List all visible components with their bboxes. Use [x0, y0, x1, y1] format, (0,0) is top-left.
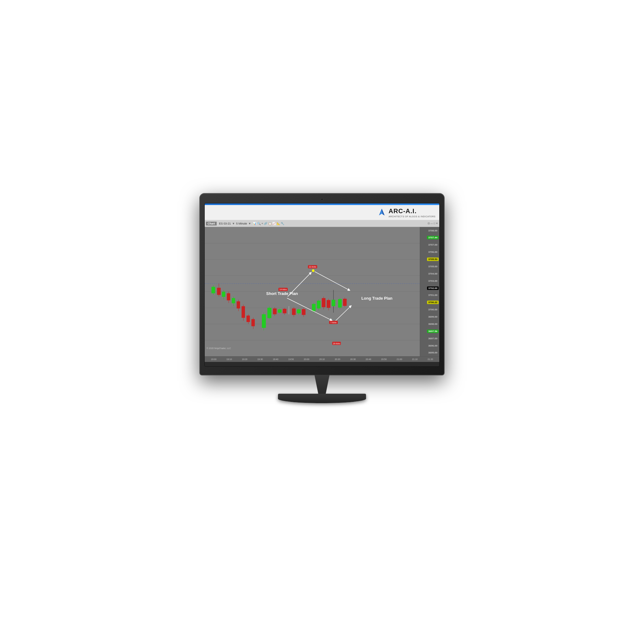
svg-text:7-ticks: 7-ticks	[330, 321, 337, 324]
svg-rect-19	[232, 298, 235, 303]
time-1920: 19:20	[237, 358, 252, 360]
price-level-3707: 3707.00	[420, 243, 439, 247]
toolbar-icons: 📊 🔍 + 🔗 📋 📈 📐 🔧	[253, 222, 284, 225]
svg-rect-54	[332, 300, 336, 306]
price-level-3706: 3706.00	[420, 250, 439, 254]
screen: ARC-A.I. ARCHITECTS OF ALGOS & INDICATOR…	[204, 203, 440, 367]
chart-canvas: 22-ticks 14-ticks 7-ticks 18-ticks Short…	[205, 227, 420, 356]
price-level-3696: 3696.00	[420, 343, 439, 348]
svg-rect-58	[343, 299, 347, 306]
svg-rect-25	[247, 316, 250, 322]
price-axis: 3708.00 3707.44 3707.00 3706.00 3705.53	[420, 227, 439, 356]
webcam	[321, 198, 323, 201]
logo-brand: ARC-A.I.	[389, 208, 436, 215]
svg-rect-29	[262, 314, 266, 328]
svg-rect-13	[217, 288, 221, 295]
svg-rect-15	[222, 292, 225, 297]
time-1940: 19:40	[268, 358, 283, 360]
chart-svg: 22-ticks 14-ticks 7-ticks 18-ticks Short…	[205, 227, 420, 356]
time-2000: 20:00	[299, 358, 314, 360]
toolbar-separator2: ▼	[248, 222, 251, 225]
monitor-bezel-top	[204, 198, 440, 201]
svg-rect-42	[297, 309, 301, 313]
price-level-3708: 3708.00	[420, 228, 439, 233]
screen-content: ARC-A.I. ARCHITECTS OF ALGOS & INDICATOR…	[205, 203, 439, 366]
svg-line-62	[315, 272, 349, 290]
monitor-body: ARC-A.I. ARCHITECTS OF ALGOS & INDICATOR…	[199, 193, 445, 375]
scrollbar-area[interactable]	[205, 362, 439, 366]
svg-rect-40	[292, 308, 296, 315]
logo-subtitle: ARCHITECTS OF ALGOS & INDICATORS	[389, 215, 436, 218]
monitor-base	[278, 394, 366, 403]
time-2050: 20:50	[376, 358, 391, 360]
price-level-3697: 3697.00	[420, 336, 439, 341]
svg-text:Long Trade Plan: Long Trade Plan	[361, 296, 392, 301]
chart-label[interactable]: Chart	[206, 222, 217, 225]
price-level-3704: 3704.00	[420, 271, 439, 276]
svg-text:Short Trade Plan: Short Trade Plan	[266, 291, 298, 296]
price-level-3701: 3701.00	[420, 293, 439, 297]
time-1930: 19:30	[253, 358, 268, 360]
header-bar: ARC-A.I. ARCHITECTS OF ALGOS & INDICATOR…	[205, 205, 439, 220]
price-level-3698: 3698.00	[420, 322, 439, 326]
svg-rect-52	[327, 300, 330, 308]
svg-rect-44	[302, 309, 306, 315]
svg-rect-17	[227, 293, 230, 301]
time-axis: 19:00 19:10 19:20 19:30 19:40 19:50 20:0…	[205, 356, 439, 362]
svg-rect-33	[273, 308, 277, 314]
price-level-3705: 3705.00	[420, 264, 439, 269]
window-controls: ⊡ — □ ✕	[428, 222, 438, 225]
price-level-3702: 3702.00	[420, 286, 439, 290]
logo-area: ARC-A.I. ARCHITECTS OF ALGOS & INDICATOR…	[377, 208, 436, 218]
price-level-3700: 3700.00	[420, 308, 439, 312]
time-2020: 20:20	[330, 358, 345, 360]
time-2030: 20:30	[345, 358, 361, 360]
svg-rect-35	[278, 309, 282, 313]
time-2040: 20:40	[361, 358, 376, 360]
svg-rect-37	[283, 309, 286, 313]
time-2100: 21:00	[391, 358, 407, 360]
chart-toolbar: Chart ES 03-21 ▼ 5 Minute ▼ 📊 🔍 + 🔗 📋 📈 …	[205, 220, 439, 227]
svg-rect-11	[211, 287, 215, 293]
svg-text:14-ticks: 14-ticks	[279, 288, 287, 291]
arc-ai-logo-icon	[377, 208, 387, 218]
svg-line-64	[336, 306, 351, 321]
svg-point-59	[312, 269, 314, 272]
timeframe-label[interactable]: 5 Minute	[236, 222, 247, 225]
time-2110: 21:10	[407, 358, 423, 360]
main-chart-section: 22-ticks 14-ticks 7-ticks 18-ticks Short…	[205, 227, 439, 356]
price-level-3695: 3695.00	[420, 351, 439, 355]
time-1910: 19:10	[221, 358, 237, 360]
copyright: © 2020 NinjaTrader, LLC	[207, 347, 231, 349]
svg-text:18-ticks: 18-ticks	[333, 342, 340, 345]
svg-text:22-ticks: 22-ticks	[309, 266, 316, 268]
time-2120: 21:20	[423, 358, 438, 360]
svg-rect-21	[237, 301, 240, 308]
time-2010: 20:10	[314, 358, 330, 360]
time-1900: 19:00	[206, 358, 221, 360]
price-level-370744: 3707.44	[420, 236, 439, 240]
price-level-3699: 3699.00	[420, 315, 439, 319]
svg-rect-48	[317, 301, 321, 308]
price-level-3703: 3703.00	[420, 279, 439, 283]
monitor-neck	[303, 375, 341, 394]
svg-rect-46	[312, 304, 316, 311]
svg-rect-31	[267, 308, 271, 318]
svg-rect-23	[241, 306, 245, 318]
price-level-370022: 3700.22	[420, 300, 439, 305]
svg-rect-56	[338, 299, 342, 308]
monitor-wrapper: ARC-A.I. ARCHITECTS OF ALGOS & INDICATOR…	[193, 193, 451, 451]
price-level-369756: 3697.56	[420, 329, 439, 333]
instrument-label[interactable]: ES 03-21	[219, 222, 231, 225]
price-level-370553: 3705.53	[420, 257, 439, 262]
time-1950: 19:50	[283, 358, 299, 360]
svg-rect-50	[322, 298, 325, 307]
toolbar-separator: ▼	[232, 222, 235, 225]
svg-rect-27	[252, 319, 255, 326]
